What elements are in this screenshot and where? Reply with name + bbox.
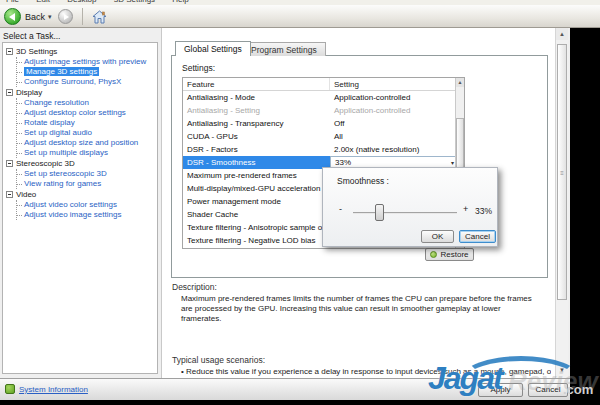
- setting-cell: Application-controlled: [330, 93, 457, 102]
- sidebar-item-adjust-image-settings[interactable]: Adjust image settings with preview: [17, 57, 157, 67]
- back-dropdown-icon[interactable]: ▾: [48, 13, 52, 21]
- feature-cell: Antialiasing - Setting: [183, 106, 330, 115]
- feature-cell: Shader Cache: [183, 210, 330, 219]
- tree-group-text: Video: [16, 190, 36, 199]
- back-icon: [4, 8, 21, 25]
- column-header-setting[interactable]: Setting: [330, 78, 448, 90]
- sidebar-item-adjust-video-image[interactable]: Adjust video image settings: [17, 210, 157, 220]
- smoothness-value: 33%: [475, 206, 492, 216]
- feature-cell: DSR - Factors: [183, 145, 330, 154]
- column-header-feature[interactable]: Feature: [183, 78, 330, 90]
- dropdown-value: 33%: [335, 158, 351, 167]
- bullet-icon: •: [181, 367, 184, 376]
- sidebar-item-adjust-video-color[interactable]: Adjust video color settings: [17, 200, 157, 210]
- tree-group-label[interactable]: Video: [6, 189, 157, 200]
- slider-minus-label: -: [339, 204, 342, 214]
- feature-cell: Power management mode: [183, 197, 330, 206]
- setting-cell: Off: [330, 119, 457, 128]
- setting-cell: Application-controlled: [330, 106, 457, 115]
- setting-cell: All: [330, 132, 457, 141]
- collapse-icon[interactable]: [6, 48, 13, 55]
- tree-group-stereoscopic-3d: Stereoscopic 3D Set up stereoscopic 3D V…: [3, 158, 157, 189]
- system-information-label: System Information: [19, 385, 88, 394]
- page-scrollbar[interactable]: ▲ ≡ ▼: [555, 28, 568, 378]
- menu-file[interactable]: File: [6, 0, 19, 4]
- dropdown-arrow-icon[interactable]: ▾: [451, 159, 454, 166]
- settings-label: Settings:: [182, 63, 215, 73]
- restore-icon: [430, 251, 437, 258]
- usage-scenario-text: Reduce this value if you experience a de…: [186, 367, 551, 376]
- sidebar-item-view-rating-for-games[interactable]: View rating for games: [17, 179, 157, 189]
- scroll-down-icon[interactable]: ▼: [556, 364, 568, 376]
- sidebar-item-adjust-desktop-size[interactable]: Adjust desktop size and position: [17, 138, 157, 148]
- screen: File Edit Desktop 3D Settings Help Back …: [0, 0, 600, 405]
- task-tree: 3D Settings Adjust image settings with p…: [2, 42, 158, 374]
- tree-group-label[interactable]: 3D Settings: [6, 46, 157, 57]
- feature-cell: CUDA - GPUs: [183, 132, 330, 141]
- toolbar-divider: [82, 8, 83, 25]
- sidebar-item-set-up-digital-audio[interactable]: Set up digital audio: [17, 128, 157, 138]
- menu-3d-settings[interactable]: 3D Settings: [114, 0, 155, 4]
- tree-group-text: Stereoscopic 3D: [16, 159, 75, 168]
- task-pane-title: Select a Task...: [3, 31, 60, 41]
- system-information-icon: [5, 384, 15, 394]
- toolbar: Back ▾: [0, 5, 600, 28]
- menu-edit[interactable]: Edit: [36, 0, 50, 4]
- tree-group-text: Display: [16, 88, 42, 97]
- tab-global-settings[interactable]: Global Settings: [175, 41, 251, 56]
- apply-button[interactable]: Apply: [478, 383, 523, 397]
- tree-group-3d-settings: 3D Settings Adjust image settings with p…: [3, 46, 157, 87]
- setting-cell: 2.00x (native resolution): [330, 145, 457, 154]
- description-text: Maximum pre-rendered frames limits the n…: [181, 294, 539, 324]
- forward-button[interactable]: [58, 9, 73, 24]
- popup-cancel-button[interactable]: Cancel: [459, 230, 496, 243]
- sidebar-item-set-up-multiple-displays[interactable]: Set up multiple displays: [17, 148, 157, 158]
- tree-group-video: Video Adjust video color settings Adjust…: [3, 189, 157, 220]
- usage-scenario-item: • Reduce this value if you experience a …: [181, 367, 551, 376]
- feature-cell: Multi-display/mixed-GPU acceleration: [183, 184, 330, 193]
- description-label: Description:: [172, 282, 217, 292]
- slider-plus-label: +: [463, 204, 468, 214]
- collapse-icon[interactable]: [6, 89, 13, 96]
- menu-help[interactable]: Help: [172, 0, 188, 4]
- feature-cell: Antialiasing - Transparency: [183, 119, 330, 128]
- system-information-link[interactable]: System Information: [5, 384, 88, 394]
- cancel-button[interactable]: Cancel: [528, 383, 568, 397]
- menu-desktop[interactable]: Desktop: [67, 0, 96, 4]
- scroll-up-icon[interactable]: ▲: [556, 28, 568, 40]
- tree-group-label[interactable]: Display: [6, 87, 157, 98]
- back-button[interactable]: Back ▾: [4, 7, 52, 26]
- tree-group-label[interactable]: Stereoscopic 3D: [6, 158, 157, 169]
- table-row[interactable]: CUDA - GPUs All: [183, 130, 464, 143]
- sidebar-item-configure-surround-physx[interactable]: Configure Surround, PhysX: [17, 77, 157, 87]
- collapse-icon[interactable]: [6, 191, 13, 198]
- back-label: Back: [25, 12, 45, 22]
- smoothness-slider-thumb[interactable]: [375, 204, 384, 221]
- collapse-icon[interactable]: [6, 160, 13, 167]
- page-scrollbar-thumb[interactable]: ≡: [557, 44, 567, 300]
- table-row[interactable]: Texture filtering - Quality: [183, 247, 464, 249]
- feature-cell: Texture filtering - Anisotropic sample o…: [183, 223, 330, 232]
- scroll-up-icon[interactable]: ▲: [456, 78, 464, 87]
- smoothness-label: Smoothness :: [337, 176, 389, 186]
- smoothness-slider-track[interactable]: [353, 212, 457, 214]
- usage-scenarios-label: Typical usage scenarios:: [172, 355, 265, 365]
- tab-program-settings[interactable]: Program Settings: [242, 42, 326, 56]
- sidebar-item-rotate-display[interactable]: Rotate display: [17, 118, 157, 128]
- table-row[interactable]: Antialiasing - Setting Application-contr…: [183, 104, 464, 117]
- smoothness-popup: Smoothness : - + 33% OK Cancel: [322, 167, 498, 247]
- sidebar-item-set-up-stereoscopic-3d[interactable]: Set up stereoscopic 3D: [17, 169, 157, 179]
- feature-cell: Antialiasing - Mode: [183, 93, 330, 102]
- restore-button[interactable]: Restore: [425, 248, 474, 261]
- sidebar-item-change-resolution[interactable]: Change resolution: [17, 98, 157, 108]
- ok-button[interactable]: OK: [421, 230, 454, 243]
- sidebar-item-manage-3d-settings[interactable]: Manage 3D settings: [17, 67, 157, 77]
- sidebar-item-adjust-desktop-color[interactable]: Adjust desktop color settings: [17, 108, 157, 118]
- table-row[interactable]: Antialiasing - Transparency Off: [183, 117, 464, 130]
- feature-cell: Texture filtering - Negative LOD bias: [183, 236, 330, 245]
- feature-cell: DSR - Smoothness: [183, 156, 330, 169]
- footer-bar: System Information Apply Cancel: [0, 378, 570, 400]
- home-icon[interactable]: [92, 10, 107, 28]
- table-row[interactable]: DSR - Factors 2.00x (native resolution): [183, 143, 464, 156]
- table-row[interactable]: Antialiasing - Mode Application-controll…: [183, 91, 464, 104]
